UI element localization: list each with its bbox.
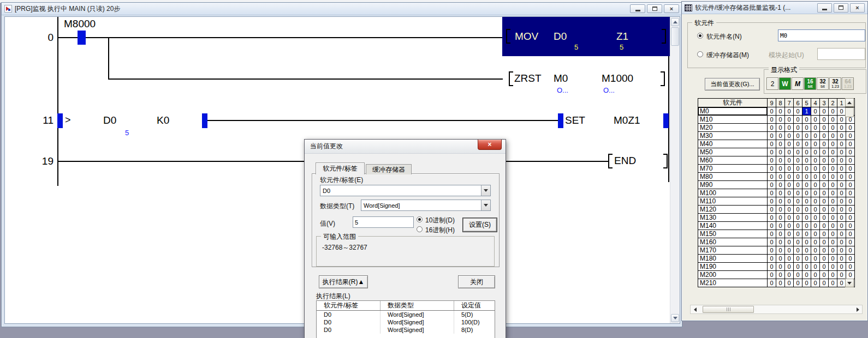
restore-button[interactable]: [834, 3, 848, 13]
format-word-button[interactable]: W: [779, 77, 791, 90]
value-input[interactable]: [353, 216, 414, 228]
bit-cell[interactable]: 0: [768, 132, 776, 140]
bit-cell[interactable]: 0: [768, 222, 776, 230]
device-combobox[interactable]: D0: [320, 185, 491, 196]
device-label-cell[interactable]: M10: [698, 116, 768, 124]
bit-cell[interactable]: 0: [776, 214, 785, 222]
device-label-cell[interactable]: M90: [698, 181, 768, 189]
bit-cell[interactable]: 0: [820, 197, 829, 206]
bit-cell[interactable]: 0: [802, 214, 811, 222]
bit-cell[interactable]: 0: [785, 148, 794, 156]
device-label-cell[interactable]: M100: [698, 189, 768, 197]
bit-cell[interactable]: 0: [785, 197, 794, 206]
bit-cell[interactable]: 0: [794, 255, 802, 263]
ladder-window-titlebar[interactable]: [PRG]监视 执行中 MAIN (只读) 20步 ×: [2, 3, 682, 15]
scroll-down-button[interactable]: [671, 314, 679, 322]
bit-cell[interactable]: 0: [829, 140, 837, 148]
bit-cell[interactable]: 0: [785, 206, 794, 214]
bit-cell[interactable]: 0: [794, 206, 802, 214]
bit-cell[interactable]: 0: [811, 173, 820, 181]
bit-cell[interactable]: 0: [768, 107, 776, 116]
decimal-radio[interactable]: [417, 216, 423, 222]
device-label-cell[interactable]: M110: [698, 197, 768, 206]
bit-cell[interactable]: 0: [794, 173, 802, 181]
bit-cell[interactable]: 0: [820, 132, 829, 140]
result-row[interactable]: D0 Word[Signed] 100(D): [317, 318, 495, 326]
buffer-memory-radio-label[interactable]: 缓冲存储器(M): [706, 51, 749, 60]
bit-cell[interactable]: 0: [811, 279, 820, 287]
execution-result-toggle-button[interactable]: 执行结果(R)▲: [319, 275, 368, 288]
bit-cell[interactable]: 0: [829, 116, 837, 124]
bit-cell[interactable]: 0: [768, 173, 776, 181]
bit-cell[interactable]: 0: [776, 279, 785, 287]
bit-cell[interactable]: 0: [768, 116, 776, 124]
bit-cell[interactable]: 0: [811, 230, 820, 238]
bit-cell[interactable]: 0: [811, 222, 820, 230]
device-label-cell[interactable]: M20: [698, 124, 768, 132]
bit-cell[interactable]: 0: [768, 263, 776, 271]
bit-cell[interactable]: 0: [785, 230, 794, 238]
device-label-cell[interactable]: M200: [698, 271, 768, 279]
bit-cell[interactable]: 0: [785, 189, 794, 197]
device-name-radio[interactable]: [697, 33, 703, 39]
hex-radio-label[interactable]: 16进制(H): [425, 226, 455, 235]
bit-cell[interactable]: 0: [785, 238, 794, 246]
device-label-cell[interactable]: M210: [698, 279, 768, 287]
bit-cell[interactable]: 0: [768, 189, 776, 197]
bit-cell[interactable]: 0: [820, 238, 829, 246]
bit-cell[interactable]: 0: [776, 132, 785, 140]
device-name-radio-label[interactable]: 软元件名(N): [706, 32, 742, 41]
bit-cell[interactable]: 0: [776, 222, 785, 230]
bit-cell[interactable]: 0: [802, 279, 811, 287]
device-label-cell[interactable]: M170: [698, 246, 768, 255]
scrollbar-thumb[interactable]: [671, 27, 679, 46]
dropdown-button[interactable]: [481, 185, 490, 196]
bit-cell[interactable]: 0: [802, 132, 811, 140]
bit-cell[interactable]: 0: [768, 214, 776, 222]
tab-device-label[interactable]: 软元件/标签: [316, 162, 365, 174]
bit-cell[interactable]: 0: [811, 255, 820, 263]
device-label-cell[interactable]: M80: [698, 173, 768, 181]
set-button[interactable]: 设置(S): [463, 218, 497, 232]
bit-cell[interactable]: 0: [794, 124, 802, 132]
bit-cell[interactable]: 0: [794, 246, 802, 255]
bit-cell[interactable]: 0: [802, 116, 811, 124]
bit-cell[interactable]: 0: [768, 246, 776, 255]
bit-cell[interactable]: 0: [794, 271, 802, 279]
bit-cell[interactable]: 0: [768, 279, 776, 287]
bit-cell[interactable]: 0: [794, 107, 802, 116]
bit-cell[interactable]: 0: [776, 255, 785, 263]
bit-cell[interactable]: 0: [785, 156, 794, 165]
bit-cell[interactable]: 0: [768, 165, 776, 173]
bit-cell[interactable]: 0: [811, 246, 820, 255]
scrollbar-thumb[interactable]: [703, 306, 754, 313]
bit-cell[interactable]: 0: [776, 197, 785, 206]
bit-cell[interactable]: 0: [811, 116, 820, 124]
format-binary-button[interactable]: 2: [766, 77, 778, 90]
bit-cell[interactable]: 0: [785, 271, 794, 279]
bit-cell[interactable]: 0: [768, 271, 776, 279]
result-column-header[interactable]: 数据类型: [381, 301, 454, 310]
bit-cell[interactable]: 0: [829, 107, 837, 116]
device-label-cell[interactable]: M0: [698, 107, 768, 116]
scroll-right-button[interactable]: [854, 306, 861, 313]
format-multipoint-button[interactable]: M: [792, 77, 804, 90]
dialog-close-button[interactable]: ×: [478, 140, 502, 150]
bit-cell[interactable]: 0: [776, 148, 785, 156]
bit-cell[interactable]: 0: [829, 132, 837, 140]
bit-cell[interactable]: 0: [768, 197, 776, 206]
bit-cell[interactable]: 0: [811, 206, 820, 214]
bit-cell[interactable]: 0: [829, 148, 837, 156]
decimal-radio-label[interactable]: 10进制(D): [425, 216, 455, 225]
result-row[interactable]: D0 Word[Signed] 5(D): [317, 311, 495, 318]
scroll-down-button[interactable]: [845, 279, 854, 287]
bit-cell[interactable]: 0: [794, 156, 802, 165]
bit-cell[interactable]: 0: [785, 222, 794, 230]
bit-cell[interactable]: 0: [829, 197, 837, 206]
device-label-cell[interactable]: M60: [698, 156, 768, 165]
device-label-cell[interactable]: M140: [698, 222, 768, 230]
device-name-input[interactable]: [778, 29, 865, 41]
bit-cell[interactable]: 0: [776, 116, 785, 124]
bit-cell[interactable]: 0: [811, 271, 820, 279]
bit-cell[interactable]: 0: [829, 124, 837, 132]
